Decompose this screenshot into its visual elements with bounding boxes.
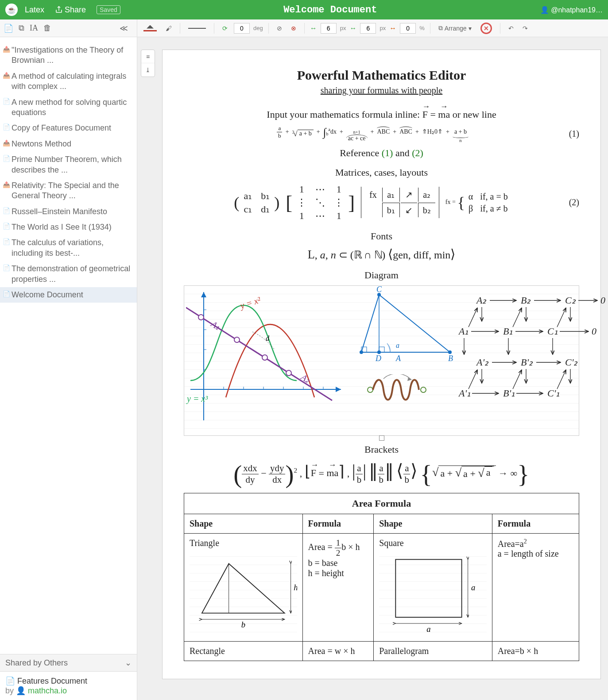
- shared-doc-item[interactable]: 📄 Features Document by 👤 mathcha.io: [0, 672, 137, 700]
- document-title: Welcome Document: [120, 4, 540, 15]
- br-dy: dy: [244, 474, 256, 485]
- m-a1: a₁: [239, 189, 256, 203]
- redo-button[interactable]: ↷: [520, 24, 531, 33]
- tri-b-label: b: [241, 620, 245, 629]
- undo-button[interactable]: ↶: [506, 24, 516, 33]
- shared-section-label: Shared by Others: [5, 658, 68, 668]
- shared-section-header[interactable]: Shared by Others ⌄: [0, 654, 137, 672]
- det-a1: a₁: [382, 188, 400, 202]
- page-title: Powerful Mathematics Editor: [184, 68, 579, 83]
- gap-y-input[interactable]: [360, 23, 376, 34]
- m-d1: d₁: [256, 203, 274, 216]
- tri-formula-a: Area =: [308, 542, 335, 552]
- diagram-box[interactable]: d A₁ A₂ y = x² y = x³ C D A: [184, 285, 579, 436]
- no-snap-tool[interactable]: ⊘: [274, 24, 285, 33]
- fonts-line: L, a, n ⊂ (ℝ ∩ ℕ) ⟨gen, diff, min⟩: [184, 246, 579, 262]
- svg-marker-54: [202, 563, 285, 613]
- sidebar-doc-8[interactable]: The World as I See It (1934): [0, 219, 137, 235]
- sidebar-doc-4[interactable]: Newtons Method: [0, 136, 137, 152]
- scale-input[interactable]: [400, 23, 416, 34]
- inline-prefix: Input your mathematics formula inline:: [267, 109, 422, 120]
- trash-icon[interactable]: 🗑: [43, 23, 51, 33]
- brackets-line: (xdxdy − ydydx)2 , ⌊F = ma⌉ , |ab| ‖ab‖ …: [184, 460, 579, 488]
- rotation-input[interactable]: [234, 23, 250, 34]
- share-button[interactable]: Share: [55, 5, 86, 15]
- arrange-label: Arrange: [445, 25, 467, 32]
- sidebar-doc-5[interactable]: Prime Number Theorem, which describes th…: [0, 152, 137, 178]
- svg-point-27: [421, 387, 426, 392]
- sidebar-doc-10[interactable]: The demonstration of geometrical propert…: [0, 261, 137, 287]
- brush-tool[interactable]: 🖌: [163, 24, 174, 33]
- det-b1: b₁: [382, 203, 400, 217]
- det-b2: b₂: [418, 203, 435, 217]
- case-b-cond: if, a ≠ b: [476, 203, 511, 215]
- fill-tool[interactable]: [141, 24, 159, 32]
- toolbar: 📄 ⧉ IA 🗑 ≪ 🖌 ⟳ deg ⊘ ⊗ ↔ px ↔ px ↔ % ⧉ A…: [0, 19, 608, 37]
- user-icon: 👤: [540, 6, 549, 14]
- ref2[interactable]: (2): [412, 147, 423, 158]
- br-b1: b: [356, 474, 363, 485]
- download-icon[interactable]: ⤓: [141, 63, 155, 77]
- br-b3: b: [403, 474, 410, 485]
- resize-handle[interactable]: [379, 435, 384, 441]
- shared-doc-title: Features Document: [17, 677, 87, 685]
- det-dn: ↙: [401, 203, 417, 217]
- br-inf: → ∞: [498, 467, 517, 478]
- br-F: F: [311, 465, 316, 479]
- toolbar-left: 📄 ⧉ IA 🗑 ≪: [0, 19, 137, 37]
- cd-C2: C₂: [565, 295, 576, 306]
- ia-icon[interactable]: IA: [30, 23, 38, 33]
- cd-Ap1: A'₁: [458, 388, 471, 399]
- svg-text:d: d: [266, 335, 270, 342]
- area-table: Area Formula Shape Formula Shape Formula…: [184, 493, 579, 661]
- arrange-button[interactable]: ⧉ Arrange ▾: [436, 23, 474, 33]
- tri-D: D: [375, 354, 381, 363]
- sidebar-doc-7[interactable]: Russell–Einstein Manifesto: [0, 204, 137, 219]
- tri-a: a: [396, 342, 399, 349]
- eq1-under-arg: a + b: [453, 128, 469, 135]
- eq1-arc3: ABC: [399, 128, 412, 135]
- app-logo[interactable]: [5, 4, 18, 16]
- svg-line-12: [186, 308, 332, 400]
- no-snap2-tool[interactable]: ⊗: [288, 24, 299, 33]
- share-label: Share: [65, 5, 86, 15]
- sidebar-doc-9[interactable]: The calculus of variations, including it…: [0, 235, 137, 261]
- scale-icon: ↔: [389, 24, 396, 32]
- case-a: α: [465, 191, 476, 203]
- eq1-int-arg: dx: [330, 128, 337, 135]
- square-shape: a a: [379, 548, 487, 637]
- canvas[interactable]: ≡ ⤓ Powerful Mathematics Editor sharing …: [137, 37, 608, 700]
- ref1[interactable]: (1): [382, 147, 393, 158]
- sidebar-doc-6[interactable]: Relativity: The Special and the General …: [0, 178, 137, 204]
- rotation-unit: deg: [253, 25, 263, 31]
- sidebar-doc-2[interactable]: A new method for solving quartic equatio…: [0, 95, 137, 121]
- eq1-frac-b: b: [277, 132, 283, 139]
- equation-2: (a₁b₁c₁d₁) [1⋯1⋮⋱⋮1⋯1] fxa₁↗a₂b₁↙b₂ fx =…: [184, 183, 579, 223]
- gap-x-input[interactable]: [321, 23, 337, 34]
- delete-button[interactable]: ✕: [478, 22, 495, 35]
- sq-formula-b: a = length of size: [498, 549, 559, 558]
- cd-Ap2: A'₂: [476, 357, 489, 368]
- new-doc-icon[interactable]: 📄: [4, 23, 13, 33]
- user-menu[interactable]: 👤 @nhatphan19…: [540, 6, 603, 14]
- det-up: ↗: [401, 188, 417, 202]
- rotation-tool[interactable]: ⟳: [220, 24, 230, 33]
- sidebar-doc-11[interactable]: Welcome Document: [0, 287, 137, 303]
- latex-button[interactable]: Latex: [25, 5, 44, 15]
- cell-rect-formula: Area = w × h: [302, 641, 374, 661]
- sidebar-doc-0[interactable]: "Investigations on the Theory of Brownia…: [0, 42, 137, 69]
- det-a2: a₂: [418, 188, 435, 202]
- collapse-sidebar-icon[interactable]: ≪: [120, 23, 128, 33]
- document-list: "Investigations on the Theory of Brownia…: [0, 37, 137, 654]
- outline-icon[interactable]: ≡: [141, 50, 155, 63]
- line-style-tool[interactable]: [186, 27, 209, 30]
- eq1-under-sub: n: [459, 138, 461, 143]
- reference-line: Reference (1) and (2): [184, 147, 579, 159]
- sidebar-doc-1[interactable]: A method of calculating integrals with c…: [0, 69, 137, 95]
- br-ma: ma: [326, 465, 338, 479]
- copy-doc-icon[interactable]: ⧉: [19, 23, 24, 33]
- tri-h-label: h: [294, 583, 297, 592]
- eq1-int-b: b: [326, 131, 329, 136]
- shared-doc-by: by: [5, 686, 16, 695]
- sidebar-doc-3[interactable]: Copy of Features Document: [0, 120, 137, 136]
